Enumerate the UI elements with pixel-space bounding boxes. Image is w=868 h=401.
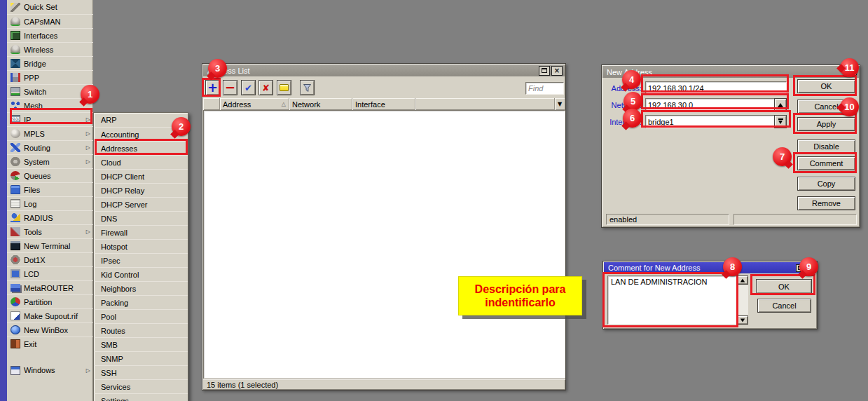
sidebar-item-routing[interactable]: Routing▷ bbox=[7, 140, 93, 154]
scroll-up-button[interactable] bbox=[737, 276, 748, 285]
submenu-item-pool[interactable]: Pool bbox=[94, 309, 188, 323]
sidebar-item-mpls[interactable]: MPLS▷ bbox=[7, 126, 93, 140]
submenu-item-services[interactable]: Services bbox=[94, 379, 188, 393]
disable-button[interactable]: ✘ bbox=[259, 80, 273, 95]
sidebar: Quick Set CAPsMAN Interfaces Wireless Br… bbox=[0, 0, 93, 401]
submenu-item-dhcp-client[interactable]: DHCP Client bbox=[94, 169, 188, 183]
enabled-status: enabled bbox=[606, 214, 729, 225]
step-badge-7: 7 bbox=[773, 147, 792, 166]
column-header-network[interactable]: Network bbox=[289, 98, 352, 110]
new-address-titlebar[interactable]: New Address bbox=[602, 66, 859, 78]
sidebar-item-tools[interactable]: Tools▷ bbox=[7, 224, 93, 238]
ok-button[interactable]: OK bbox=[797, 79, 855, 93]
selector-column-header[interactable] bbox=[203, 98, 220, 110]
sidebar-item-partition[interactable]: Partition bbox=[7, 294, 93, 308]
sidebar-item-bridge[interactable]: Bridge bbox=[7, 56, 93, 70]
mpls-icon bbox=[11, 129, 20, 138]
scroll-down-button[interactable] bbox=[737, 315, 748, 325]
submenu-item-routes[interactable]: Routes bbox=[94, 323, 188, 337]
submenu-item-smb[interactable]: SMB bbox=[94, 337, 188, 351]
submenu-item-dns[interactable]: DNS bbox=[94, 211, 188, 225]
submenu-item-snmp[interactable]: SNMP bbox=[94, 351, 188, 365]
submenu-item-ssh[interactable]: SSH bbox=[94, 365, 188, 379]
network-input[interactable] bbox=[645, 98, 775, 111]
enable-button[interactable]: ✔ bbox=[241, 80, 256, 95]
disable-button[interactable]: Disable bbox=[797, 140, 855, 154]
filter-button[interactable] bbox=[300, 80, 315, 95]
submenu-item-settings[interactable]: Settings bbox=[94, 393, 188, 401]
restore-button[interactable] bbox=[539, 66, 550, 76]
sidebar-item-ip[interactable]: 255IP▷ bbox=[7, 112, 93, 126]
windows-icon bbox=[11, 366, 20, 375]
comment-dialog-titlebar[interactable]: Comment for New Address bbox=[604, 262, 816, 273]
mesh-icon bbox=[11, 101, 20, 110]
sidebar-item-lcd[interactable]: LCD bbox=[7, 266, 93, 280]
sidebar-item-wireless[interactable]: Wireless bbox=[7, 42, 93, 56]
sidebar-item-system[interactable]: System▷ bbox=[7, 154, 93, 168]
address-list-titlebar[interactable]: Address List × bbox=[203, 64, 565, 76]
submenu-item-dhcp-server[interactable]: DHCP Server bbox=[94, 197, 188, 211]
sidebar-item-metarouter[interactable]: MetaROUTER bbox=[7, 280, 93, 294]
routing-icon bbox=[11, 143, 20, 152]
submenu-item-ipsec[interactable]: IPsec bbox=[94, 253, 188, 267]
sidebar-item-interfaces[interactable]: Interfaces bbox=[7, 28, 93, 42]
sidebar-item-windows[interactable]: Windows▷ bbox=[7, 363, 93, 377]
find-input[interactable] bbox=[525, 82, 564, 95]
sidebar-item-ppp[interactable]: PPP bbox=[7, 70, 93, 84]
sidebar-item-quick-set[interactable]: Quick Set bbox=[7, 0, 93, 14]
status-cell-blank bbox=[733, 214, 857, 225]
new-address-dialog: New Address Address: Network: Interface:… bbox=[601, 64, 860, 228]
restore-icon bbox=[542, 68, 547, 73]
sidebar-item-new-terminal[interactable]: New Terminal bbox=[7, 238, 93, 252]
remove-button[interactable]: − bbox=[223, 80, 237, 95]
submenu-item-neighbors[interactable]: Neighbors bbox=[94, 281, 188, 295]
sidebar-item-queues[interactable]: Queues bbox=[7, 168, 93, 182]
chevron-right-icon: ▷ bbox=[86, 116, 90, 123]
submenu-item-firewall[interactable]: Firewall bbox=[94, 225, 188, 239]
address-input[interactable] bbox=[645, 81, 787, 95]
comment-cancel-button[interactable]: Cancel bbox=[757, 299, 811, 313]
address-list-window: Address List × + − ✔ ✘ Address△ Network … bbox=[202, 63, 566, 390]
step-badge-10: 10 bbox=[840, 97, 859, 116]
close-icon: × bbox=[554, 67, 560, 74]
submenu-item-addresses[interactable]: Addresses bbox=[94, 141, 188, 155]
sidebar-item-radius[interactable]: RADIUS bbox=[7, 210, 93, 224]
submenu-item-cloud[interactable]: Cloud bbox=[94, 155, 188, 169]
ppp-icon bbox=[11, 73, 20, 82]
column-header-interface[interactable]: Interface bbox=[352, 98, 415, 110]
comment-textarea[interactable]: LAN DE ADMINISTRACION bbox=[607, 276, 736, 325]
comment-ok-button[interactable]: OK bbox=[756, 279, 812, 294]
sidebar-item-files[interactable]: Files bbox=[7, 182, 93, 196]
comment-tool-button[interactable] bbox=[277, 80, 291, 95]
sidebar-item-dot1x[interactable]: Dot1X bbox=[7, 252, 93, 266]
submenu-item-kid-control[interactable]: Kid Control bbox=[94, 267, 188, 281]
submenu-item-hotspot[interactable]: Hotspot bbox=[94, 239, 188, 253]
interface-select[interactable] bbox=[645, 115, 775, 128]
sidebar-item-capsman[interactable]: CAPsMAN bbox=[7, 14, 93, 28]
sort-asc-icon: △ bbox=[282, 101, 286, 107]
comment-button[interactable]: Comment bbox=[797, 156, 855, 170]
submenu-item-dhcp-relay[interactable]: DHCP Relay bbox=[94, 183, 188, 197]
winbox-screen: Quick Set CAPsMAN Interfaces Wireless Br… bbox=[0, 0, 868, 401]
column-options-button[interactable]: ▼ bbox=[555, 98, 565, 110]
sidebar-item-make-supout[interactable]: Make Supout.rif bbox=[7, 308, 93, 322]
remove-button[interactable]: Remove bbox=[797, 196, 855, 210]
add-button[interactable]: + bbox=[205, 80, 220, 95]
step-badge-1: 1 bbox=[81, 85, 99, 104]
column-header-address[interactable]: Address△ bbox=[220, 98, 289, 110]
status-bar: 15 items (1 selected) bbox=[203, 379, 565, 390]
sidebar-item-new-winbox[interactable]: New WinBox bbox=[7, 322, 93, 337]
copy-button[interactable]: Copy bbox=[797, 177, 855, 191]
minus-icon: − bbox=[225, 81, 235, 94]
submenu-item-packing[interactable]: Packing bbox=[94, 295, 188, 309]
network-spinner-up-button[interactable] bbox=[774, 98, 787, 111]
apply-button[interactable]: Apply bbox=[797, 117, 855, 131]
step-badge-8: 8 bbox=[723, 257, 742, 276]
interface-dropdown-button[interactable] bbox=[774, 115, 787, 128]
address-list-body[interactable] bbox=[203, 110, 565, 379]
comment-note-icon bbox=[280, 84, 289, 91]
up-arrow-icon bbox=[778, 103, 783, 107]
sidebar-item-log[interactable]: Log bbox=[7, 196, 93, 210]
sidebar-item-exit[interactable]: Exit bbox=[7, 337, 93, 351]
close-button[interactable]: × bbox=[551, 66, 563, 76]
